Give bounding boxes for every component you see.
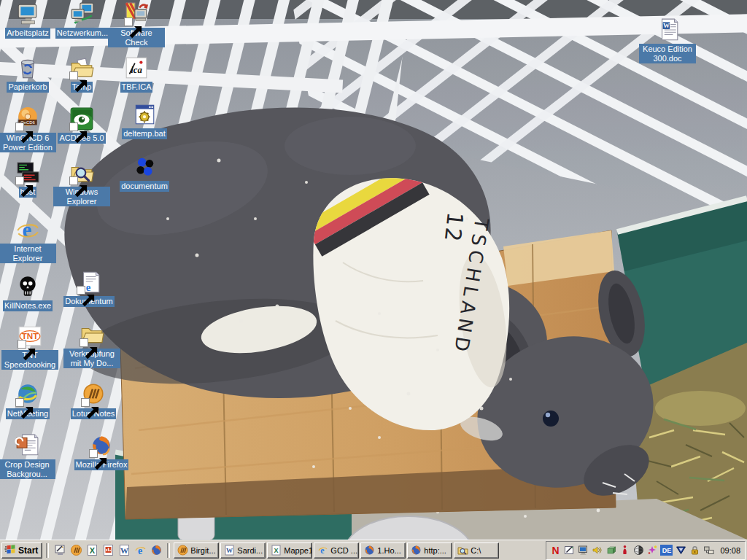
svg-text:N: N xyxy=(551,545,559,556)
desktop-icon-papierkorb[interactable]: Papierkorb xyxy=(0,55,56,93)
shortcut-arrow-icon xyxy=(18,340,26,349)
skull-icon xyxy=(15,274,40,299)
icon-label: Netzwerkum... xyxy=(55,28,109,39)
svg-text:W: W xyxy=(226,547,233,554)
rabbit-eye xyxy=(543,411,559,427)
task-button-sardi[interactable]: WSardi... xyxy=(220,542,266,559)
desktop-icon-mozilla-firefox[interactable]: Mozilla Firefox xyxy=(73,433,130,470)
explorer-icon xyxy=(69,160,94,185)
lotus-notes-icon xyxy=(81,382,106,407)
start-button[interactable]: Start xyxy=(1,542,42,559)
desktop-icon-tbf-ica[interactable]: ica TBF.ICA xyxy=(108,55,165,93)
icon-label: Keuco Edition 300.doc xyxy=(639,44,696,63)
word-doc-icon: W xyxy=(655,18,680,42)
desktop-icon-netmeeting[interactable]: NetMeeting xyxy=(0,382,56,419)
svg-text:W: W xyxy=(663,22,670,29)
desktop-icon-verknuepfung-my-documents[interactable]: Verknüpfung mit My Do... xyxy=(63,322,120,368)
shortcut-arrow-icon xyxy=(69,176,78,185)
system-tray: N DE 09:08 xyxy=(546,541,746,560)
recycle-bin-icon xyxy=(15,55,40,80)
icon-label: documentum xyxy=(120,181,169,192)
desktop-icon-winoncd[interactable]: OnCD6 WinOnCD 6 Power Edition xyxy=(0,106,56,152)
task-button-birgit[interactable]: Birgit... xyxy=(174,542,219,559)
desktop-icon-crop-design[interactable]: Crop Design Backgrou... xyxy=(0,433,55,479)
icon-label: Internet Explorer xyxy=(0,244,56,263)
tray-antivirus-icon[interactable] xyxy=(675,545,686,556)
tray-language-indicator[interactable]: DE xyxy=(660,545,673,556)
shirt-number: 12 xyxy=(440,211,468,244)
icon-label: Papierkorb xyxy=(7,82,48,93)
tray-sparkle-icon[interactable] xyxy=(646,545,658,556)
acdsee-icon xyxy=(69,106,94,131)
svg-text:X: X xyxy=(90,546,96,555)
icon-label: Crop Design Backgrou... xyxy=(0,459,55,479)
shortcut-arrow-icon xyxy=(15,122,24,131)
shortcut-arrow-icon xyxy=(77,286,85,295)
shortcut-arrow-icon xyxy=(69,71,78,80)
desktop-icon-lotus-notes[interactable]: Lotus Notes xyxy=(65,382,122,419)
tray-network-icon[interactable] xyxy=(703,545,714,556)
shortcut-arrow-icon xyxy=(89,449,98,458)
tray-pc-monitor-icon[interactable] xyxy=(577,545,589,556)
desktop-icon-tnt-speedbooking[interactable]: TNT TNT Speedbooking xyxy=(1,324,58,370)
task-button-1ho[interactable]: 1.Ho... xyxy=(360,542,406,559)
svg-text:X: X xyxy=(274,547,279,554)
task-button-c-drive[interactable]: C:\ xyxy=(454,542,499,559)
tray-clock: 09:08 xyxy=(720,546,740,555)
svg-text:e: e xyxy=(23,218,32,241)
network-neighborhood-icon xyxy=(70,1,95,26)
shortcut-arrow-icon xyxy=(124,18,133,26)
desktop-icon-deltemp-bat[interactable]: deltemp.bat xyxy=(116,102,173,139)
icon-label: KillNotes.exe xyxy=(3,300,53,311)
desktop-icon-internet-explorer[interactable]: e Internet Explorer xyxy=(0,217,56,263)
shortcut-arrow-icon xyxy=(69,122,78,131)
desktop-icon-acdsee[interactable]: ACDSee 5.0 xyxy=(53,106,110,144)
quicklaunch-word[interactable]: W xyxy=(117,543,131,558)
desktop-icon-documentum[interactable]: documentum xyxy=(116,155,173,192)
icon-label: Arbeitsplatz xyxy=(5,28,50,39)
tray-info-icon[interactable] xyxy=(619,545,630,556)
svg-text:W: W xyxy=(120,546,128,555)
desktop-icon-keuco-doc[interactable]: W Keuco Edition 300.doc xyxy=(639,18,696,63)
shortcut-arrow-icon xyxy=(15,398,24,407)
quicklaunch-internet-explorer[interactable]: e xyxy=(133,543,147,558)
task-button-mappe1[interactable]: XMappe1 xyxy=(267,542,312,559)
desktop-icon-killnotes[interactable]: KillNotes.exe xyxy=(0,274,56,311)
quicklaunch-powerpoint[interactable] xyxy=(101,543,115,558)
quicklaunch-excel[interactable]: X xyxy=(85,543,99,558)
task-button-gcd[interactable]: eGCD ... xyxy=(314,542,359,559)
html-document-icon: e xyxy=(77,270,101,295)
terminal-icon xyxy=(15,160,40,185)
icon-label: deltemp.bat xyxy=(122,128,166,139)
task-button-http[interactable]: http:... xyxy=(407,542,452,559)
netmeeting-icon xyxy=(15,382,40,407)
desktop-icon-host[interactable]: host xyxy=(0,160,56,198)
windows-logo-icon xyxy=(4,544,16,557)
desktop[interactable]: TSCHLAND 12 Arbeitsplatz Netzwerkum... S… xyxy=(0,0,747,560)
start-label: Start xyxy=(18,545,38,556)
desktop-icon-netzwerkumgebung[interactable]: Netzwerkum... xyxy=(54,1,111,39)
quicklaunch-lotus-notes[interactable] xyxy=(69,543,83,558)
my-computer-icon xyxy=(15,1,40,26)
tray-globe-icon[interactable] xyxy=(632,545,644,556)
shortcut-arrow-icon xyxy=(80,338,88,347)
tray-green-cube-icon[interactable] xyxy=(605,545,616,556)
firefox-icon xyxy=(89,433,114,458)
desktop-icon-arbeitsplatz[interactable]: Arbeitsplatz xyxy=(0,1,56,39)
desktop-icon-temp[interactable]: Temp xyxy=(53,55,110,93)
desktop-icon-software-check[interactable]: Software Check xyxy=(108,1,165,47)
tray-notes-n-icon[interactable]: N xyxy=(549,545,561,556)
desktop-icon-windows-explorer[interactable]: Windows Explorer xyxy=(53,160,110,206)
shortcut-arrow-icon xyxy=(81,398,90,407)
quicklaunch-show-desktop[interactable] xyxy=(53,543,67,558)
tnt-icon: TNT xyxy=(18,324,42,349)
software-check-icon xyxy=(124,1,149,26)
tray-pen-pad-icon[interactable] xyxy=(563,545,575,556)
tray-volume-icon[interactable] xyxy=(591,545,603,556)
desktop-icon-dokumentum[interactable]: e Dokumentum xyxy=(61,270,117,307)
tray-lock-icon[interactable] xyxy=(689,545,700,556)
batch-file-icon xyxy=(132,102,157,127)
presentation-doc-icon xyxy=(15,433,39,458)
winoncd-icon: OnCD6 xyxy=(15,106,40,131)
quicklaunch-firefox[interactable] xyxy=(149,543,163,558)
